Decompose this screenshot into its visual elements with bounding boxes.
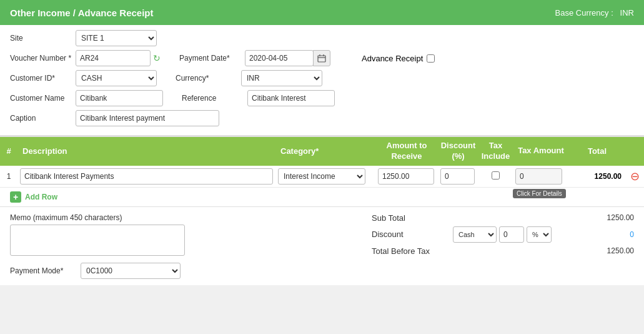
col-num: # — [0, 146, 17, 156]
remove-row-button[interactable]: ⊖ — [630, 171, 640, 182]
row-tax-include[interactable] — [478, 171, 513, 181]
row-remove[interactable]: ⊖ — [625, 171, 644, 182]
row-amount[interactable] — [375, 168, 438, 185]
currency-select[interactable]: INR — [241, 70, 322, 86]
currency-label: Currency* — [176, 74, 241, 83]
discount-row: Discount Cash % % 0 — [372, 226, 634, 243]
col-tax-amount: Tax Amount — [513, 146, 569, 156]
voucher-input[interactable]: AR24 — [76, 50, 151, 66]
memo-section: Memo (maximum 450 characters) Payment Mo… — [10, 213, 359, 279]
row-description[interactable] — [17, 168, 275, 185]
total-before-tax-label: Total Before Tax — [372, 246, 447, 256]
table-header: # Description Category* Amount toReceive… — [0, 137, 644, 166]
payment-mode-label: Payment Mode* — [10, 266, 76, 275]
sub-total-value: 1250.00 — [584, 213, 634, 222]
row-total: 1250.00 — [569, 172, 625, 181]
line-items-table: # Description Category* Amount toReceive… — [0, 136, 644, 207]
col-total: Total — [569, 146, 625, 156]
discount-amount-input[interactable] — [499, 226, 524, 243]
payment-date-input[interactable] — [245, 50, 314, 66]
payment-mode-row: Payment Mode* 0C1000 — [10, 263, 359, 279]
customer-name-input[interactable] — [76, 90, 163, 106]
col-category: Category* — [275, 146, 375, 156]
reference-input[interactable] — [247, 90, 335, 106]
discount-value: 0 — [584, 230, 634, 239]
site-label: Site — [10, 34, 76, 43]
refresh-icon[interactable]: ↻ — [153, 53, 161, 63]
row-num: 1 — [0, 172, 17, 181]
advance-receipt-label: Advance Receipt — [362, 54, 423, 63]
total-before-tax-value: 1250.00 — [584, 246, 634, 255]
caption-input[interactable] — [76, 110, 219, 126]
col-tax-include: TaxInclude — [478, 141, 513, 162]
bottom-section: Memo (maximum 450 characters) Payment Mo… — [0, 207, 644, 285]
caption-label: Caption — [10, 114, 76, 123]
add-icon: + — [10, 191, 21, 203]
discount-label: Discount — [372, 230, 447, 239]
add-row-label: Add Row — [25, 193, 57, 201]
row-tax-amount[interactable]: Click For Details — [513, 168, 569, 185]
customer-id-select[interactable]: CASH — [76, 70, 157, 86]
base-currency: Base Currency : INR — [555, 8, 634, 18]
totals-section: Sub Total 1250.00 Discount Cash % % 0 To… — [372, 213, 634, 279]
calendar-icon[interactable] — [313, 50, 330, 66]
customer-name-label: Customer Name — [10, 94, 76, 103]
total-before-tax-row: Total Before Tax 1250.00 — [372, 246, 634, 256]
col-description: Description — [17, 146, 275, 156]
memo-input[interactable] — [10, 225, 185, 256]
discount-input[interactable] — [440, 168, 475, 185]
discount-unit-select[interactable]: % — [527, 226, 552, 243]
reference-label: Reference — [182, 94, 247, 103]
customer-id-label: Customer ID* — [10, 74, 76, 83]
description-input[interactable] — [20, 168, 273, 185]
memo-label: Memo (maximum 450 characters) — [10, 213, 359, 222]
app-header: Other Income / Advance Receipt Base Curr… — [0, 0, 644, 25]
discount-type-select[interactable]: Cash % — [453, 226, 497, 243]
category-select[interactable]: Interest Income — [278, 168, 365, 185]
payment-date-label: Payment Date* — [179, 54, 245, 63]
advance-receipt-checkbox[interactable] — [427, 54, 435, 63]
site-select[interactable]: SITE 1 — [76, 30, 157, 46]
page-title: Other Income / Advance Receipt — [10, 8, 154, 18]
row-category[interactable]: Interest Income — [275, 168, 375, 185]
svg-rect-0 — [318, 56, 325, 62]
row-discount[interactable] — [438, 168, 478, 185]
tooltip: Click For Details — [513, 189, 566, 198]
amount-input[interactable] — [378, 168, 434, 185]
form-section: Site SITE 1 Voucher Number * AR24 ↻ Paym… — [0, 25, 644, 136]
sub-total-label: Sub Total — [372, 213, 447, 223]
col-amount: Amount toReceive — [375, 141, 438, 162]
table-row: 1 Interest Income Click For Details 1250… — [0, 166, 644, 188]
tax-include-checkbox[interactable] — [492, 171, 500, 180]
sub-total-row: Sub Total 1250.00 — [372, 213, 634, 223]
tax-amount-input[interactable] — [515, 168, 562, 185]
payment-mode-select[interactable]: 0C1000 — [81, 263, 181, 279]
discount-controls: Cash % % — [453, 226, 552, 243]
col-discount: Discount(%) — [438, 141, 478, 162]
voucher-label: Voucher Number * — [10, 54, 76, 63]
